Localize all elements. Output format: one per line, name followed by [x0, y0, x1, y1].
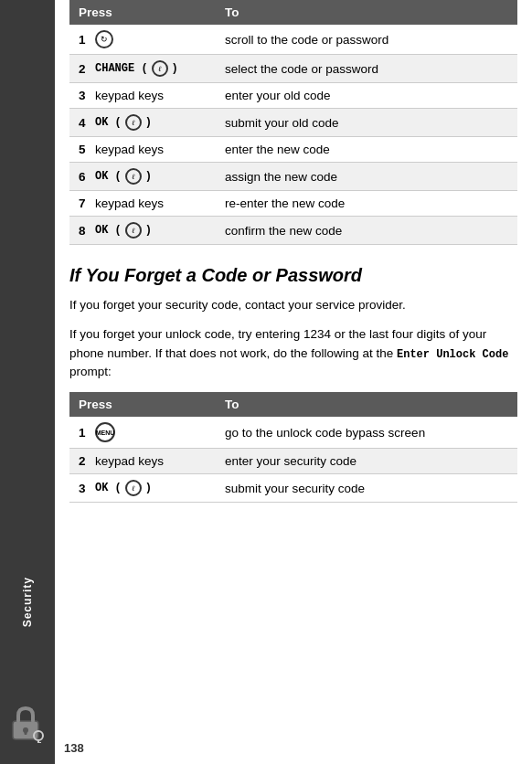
svg-rect-2 [25, 730, 27, 735]
section-para1: If you forget your security code, contac… [69, 296, 517, 314]
table-row: 7keypad keysre-enter the new code [69, 191, 517, 217]
sidebar: Security [0, 0, 55, 764]
table2-header-to: To [216, 392, 517, 417]
table1-header-press: Press [69, 0, 216, 25]
table-row: 1MENUgo to the unlock code bypass screen [69, 417, 517, 449]
main-content: Press To 1↻scroll to the code or passwor… [55, 0, 532, 764]
table-row: 8OK (ℓ)confirm the new code [69, 217, 517, 245]
table-row: 4OK (ℓ)submit your old code [69, 109, 517, 137]
table1-header-to: To [216, 0, 517, 25]
table2-container: Press To 1MENUgo to the unlock code bypa… [69, 392, 517, 503]
to-cell: enter the new code [216, 137, 517, 163]
press-cell: 8OK (ℓ) [69, 217, 216, 245]
para2-code: Enter Unlock Code [397, 348, 508, 361]
table1-container: Press To 1↻scroll to the code or passwor… [69, 0, 517, 245]
press-cell: 7keypad keys [69, 191, 216, 217]
table-row: 5keypad keysenter the new code [69, 137, 517, 163]
section-para2: If you forget your unlock code, try ente… [69, 325, 517, 381]
table-row: 6OK (ℓ)assign the new code [69, 163, 517, 191]
table-row: 2keypad keysenter your security code [69, 449, 517, 474]
lock-icon [5, 700, 50, 746]
table2: Press To 1MENUgo to the unlock code bypa… [69, 392, 517, 503]
press-cell: 3OK (ℓ) [69, 474, 216, 503]
press-cell: 6OK (ℓ) [69, 163, 216, 191]
press-cell: 5keypad keys [69, 137, 216, 163]
table-row: 1↻scroll to the code or password [69, 25, 517, 55]
press-cell: 2keypad keys [69, 449, 216, 474]
section-heading: If You Forget a Code or Password [69, 263, 517, 287]
to-cell: submit your security code [216, 474, 517, 503]
to-cell: go to the unlock code bypass screen [216, 417, 517, 449]
to-cell: assign the new code [216, 163, 517, 191]
to-cell: re-enter the new code [216, 191, 517, 217]
to-cell: enter your old code [216, 83, 517, 109]
table-row: 2CHANGE (ℓ)select the code or password [69, 55, 517, 83]
sidebar-label: Security [21, 577, 34, 627]
table1: Press To 1↻scroll to the code or passwor… [69, 0, 517, 245]
para2-end: prompt: [69, 365, 112, 378]
to-cell: confirm the new code [216, 217, 517, 245]
to-cell: scroll to the code or password [216, 25, 517, 55]
press-cell: 3keypad keys [69, 83, 216, 109]
to-cell: select the code or password [216, 55, 517, 83]
page-number: 138 [64, 741, 84, 755]
table2-header-press: Press [69, 392, 216, 417]
press-cell: 1↻ [69, 25, 216, 55]
press-cell: 4OK (ℓ) [69, 109, 216, 137]
to-cell: enter your security code [216, 449, 517, 474]
press-cell: 2CHANGE (ℓ) [69, 55, 216, 83]
to-cell: submit your old code [216, 109, 517, 137]
table-row: 3OK (ℓ)submit your security code [69, 474, 517, 503]
table-row: 3keypad keysenter your old code [69, 83, 517, 109]
press-cell: 1MENU [69, 417, 216, 449]
